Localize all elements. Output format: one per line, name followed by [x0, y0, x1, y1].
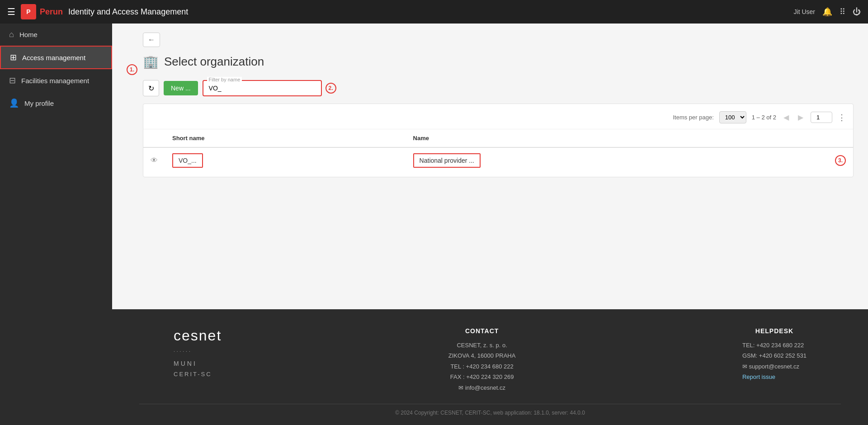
filter-label: Filter by name	[207, 77, 242, 82]
back-button[interactable]: ←	[143, 33, 160, 47]
row-short-name-highlighted: VO_...	[172, 153, 203, 168]
refresh-button[interactable]: ↻	[143, 80, 159, 96]
notification-icon[interactable]: 🔔	[822, 7, 832, 17]
footer-helpdesk-gsm: GSM: +420 602 252 531	[742, 350, 807, 361]
page-title-row: 🏢 Select organization	[143, 54, 854, 69]
toolbar: ↻ New ... Filter by name 2.	[143, 80, 854, 96]
main-content: 1. ← 🏢 Select organization ↻ New ...	[112, 24, 868, 425]
footer-logo-area: cesnet ...... MUNI CERIT-SC	[174, 327, 222, 378]
table-pagination-top: Items per page: 100 1 – 2 of 2 ◀ ▶ ⋮	[143, 111, 853, 129]
row-name-highlighted: National provider ...	[413, 153, 481, 168]
filter-container: Filter by name	[203, 80, 322, 96]
pagination-info: 1 – 2 of 2	[752, 114, 776, 121]
footer: cesnet ...... MUNI CERIT-SC CONTACT CESN…	[112, 309, 868, 425]
footer-helpdesk-tel: TEL: +420 234 680 222	[742, 340, 807, 350]
footer-cerit: CERIT-SC	[174, 371, 222, 378]
col-actions	[143, 129, 165, 147]
footer-contact-line2: ZIKOVA 4, 16000 PRAHA	[448, 350, 516, 361]
step2-badge: 2.	[326, 83, 336, 94]
row-name-cell: National provider ...	[406, 147, 828, 173]
row-eye-cell: 👁	[143, 147, 165, 173]
table-row: 👁 VO_... National provider ...	[143, 147, 853, 173]
next-page-button[interactable]: ▶	[796, 111, 805, 123]
topbar-right: Jit User 🔔 ⠿ ⏻	[794, 7, 861, 17]
perun-logo: P	[21, 4, 36, 19]
menu-icon[interactable]: ☰	[7, 6, 15, 17]
page-number-input[interactable]	[811, 112, 832, 123]
sidebar-item-facilities-management[interactable]: ⊟ Facilities management	[0, 69, 112, 92]
row-short-name-cell: VO_...	[165, 147, 406, 173]
sidebar-item-access-management[interactable]: ⊞ Access management	[0, 46, 112, 69]
row-step3-cell: 3.	[828, 147, 853, 173]
col-name: Name	[406, 129, 828, 147]
footer-contact-line1: CESNET, z. s. p. o.	[448, 340, 516, 350]
logout-icon[interactable]: ⏻	[853, 7, 861, 17]
col-short-name: Short name	[165, 129, 406, 147]
items-per-page-select[interactable]: 100	[719, 111, 746, 123]
footer-inner: cesnet ...... MUNI CERIT-SC CONTACT CESN…	[174, 327, 807, 393]
footer-helpdesk-title: HELPDESK	[742, 327, 807, 335]
footer-contact-title: CONTACT	[448, 327, 516, 335]
logo: P Perun	[21, 4, 63, 19]
content-area: 1. ← 🏢 Select organization ↻ New ...	[112, 24, 868, 309]
footer-contact-line5: ✉ info@cesnet.cz	[448, 382, 516, 393]
sidebar-label-home: Home	[19, 31, 38, 38]
apps-grid-icon[interactable]: ⠿	[840, 7, 845, 17]
sidebar-item-home[interactable]: ⌂ Home	[0, 24, 112, 46]
footer-contact-line3: TEL : +420 234 680 222	[448, 361, 516, 372]
footer-helpdesk-report[interactable]: Report issue	[742, 372, 807, 382]
col-step3	[828, 129, 853, 147]
app-name: Identity and Access Management	[68, 7, 188, 17]
topbar: ☰ P Perun Identity and Access Management…	[0, 0, 868, 24]
sidebar-item-my-profile[interactable]: 👤 My profile	[0, 92, 112, 114]
filter-input[interactable]	[203, 81, 321, 95]
items-per-page-label: Items per page:	[673, 114, 713, 121]
step1-badge: 1.	[127, 64, 137, 75]
sidebar-label-profile: My profile	[24, 99, 54, 107]
footer-contact: CONTACT CESNET, z. s. p. o. ZIKOVA 4, 16…	[448, 327, 516, 393]
table-card: Items per page: 100 1 – 2 of 2 ◀ ▶ ⋮	[143, 104, 854, 177]
footer-muni: MUNI	[174, 360, 222, 367]
row-view-button[interactable]: 👁	[151, 156, 158, 165]
prev-page-button[interactable]: ◀	[782, 111, 791, 123]
organization-icon: 🏢	[143, 54, 159, 69]
footer-copyright: © 2024 Copyright: CESNET, CERIT-SC, web …	[139, 404, 841, 416]
facilities-icon: ⊟	[9, 76, 16, 85]
footer-helpdesk-email: ✉ support@cesnet.cz	[742, 361, 807, 372]
topbar-username: Jit User	[794, 8, 815, 15]
data-table: Short name Name 👁	[143, 129, 853, 173]
access-management-icon: ⊞	[10, 52, 17, 62]
footer-contact-line4: FAX : +420 224 320 269	[448, 372, 516, 382]
table-more-options-button[interactable]: ⋮	[838, 113, 846, 123]
step3-badge: 3.	[835, 155, 846, 166]
home-icon: ⌂	[9, 30, 14, 39]
footer-helpdesk: HELPDESK TEL: +420 234 680 222 GSM: +420…	[742, 327, 807, 382]
footer-cesnet-name: cesnet	[174, 327, 222, 344]
footer-cesnet-dots: ......	[174, 348, 222, 353]
sidebar-label-facilities: Facilities management	[21, 77, 89, 85]
perun-brand: Perun	[40, 7, 63, 17]
page-title: Select organization	[164, 55, 264, 69]
profile-icon: 👤	[9, 98, 19, 108]
sidebar-label-access-management: Access management	[22, 54, 85, 61]
sidebar: ⌂ Home ⊞ Access management ⊟ Facilities …	[0, 24, 112, 425]
new-button[interactable]: New ...	[164, 81, 198, 95]
